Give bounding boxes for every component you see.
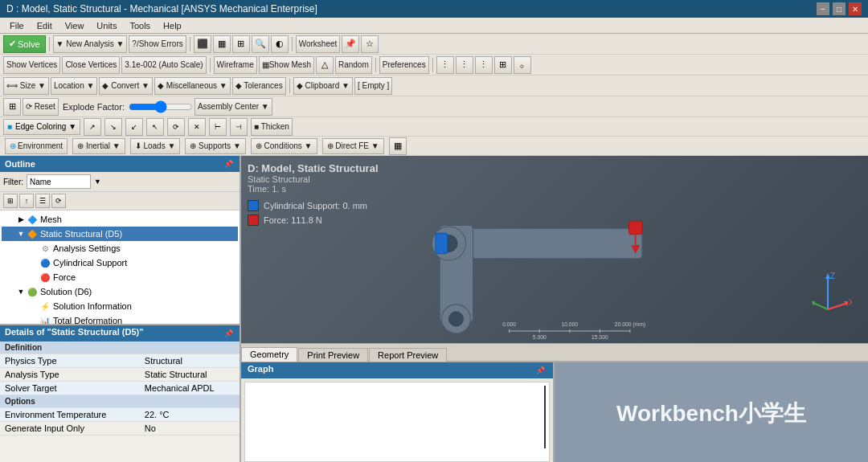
tree-up-icon[interactable]: ↑ (19, 194, 34, 208)
thicken-button[interactable]: ■ Thicken (251, 118, 293, 136)
tree-refresh-icon[interactable]: ⟳ (51, 194, 66, 208)
conditions-button[interactable]: ⊕ Conditions ▼ (251, 138, 317, 154)
menu-help[interactable]: Help (157, 19, 188, 32)
options-section: Options (0, 395, 240, 408)
explode-slider[interactable] (129, 100, 193, 113)
toolbar-icon-2[interactable]: ▦ (213, 35, 231, 53)
tree-item-solution[interactable]: ▼ 🟢 Solution (D6) (2, 284, 238, 299)
menu-edit[interactable]: Edit (31, 19, 59, 32)
solve-button[interactable]: ✔ Solve (3, 35, 46, 53)
clipboard-label: ◆ Clipboard ▼ (297, 81, 350, 90)
convert-button[interactable]: ◆ Convert ▼ (99, 77, 152, 95)
graph-pin-icon[interactable]: 📌 (534, 364, 547, 377)
tree-item-force[interactable]: 🔴 Force (2, 270, 238, 284)
scale-button[interactable]: 3.1e-002 (Auto Scale) (121, 56, 206, 74)
preferences-button[interactable]: Preferences (379, 56, 429, 74)
menu-view[interactable]: View (59, 19, 91, 32)
expand-static-icon[interactable]: ▼ (16, 230, 26, 238)
toolbar-icon-1[interactable]: ⬛ (194, 35, 211, 53)
generate-input-value: No (140, 422, 240, 435)
tree-item-mesh[interactable]: ▶ 🔷 Mesh (2, 212, 238, 227)
clipboard-button[interactable]: ◆ Clipboard ▼ (293, 77, 353, 95)
close-button[interactable]: ✕ (849, 2, 862, 15)
new-analysis-button[interactable]: ▼ New Analysis ▼ (53, 35, 128, 53)
close-vertices-label: Close Vertices (65, 60, 117, 69)
arrow-icon-1[interactable]: ↗ (84, 118, 101, 136)
outline-tree[interactable]: ▶ 🔷 Mesh ▼ 🔶 Static Structural (D5) ⚙ An… (0, 211, 240, 324)
mesh-icon-2[interactable]: △ (316, 56, 334, 74)
edge-coloring-icon: ■ (7, 122, 12, 131)
tree-filter-icon[interactable]: ☰ (35, 194, 50, 208)
tree-item-cylindrical-support[interactable]: 🔵 Cylindrical Support (2, 256, 238, 270)
tab-print-preview[interactable]: Print Preview (298, 348, 368, 362)
sol-info-tree-icon: ⚡ (39, 300, 51, 313)
grid-icon-2[interactable]: ⋮ (456, 56, 473, 74)
tree-item-static-structural[interactable]: ▼ 🔶 Static Structural (D5) (2, 227, 238, 241)
menu-tools[interactable]: Tools (123, 19, 157, 32)
tolerances-button[interactable]: ◆ Tolerances (232, 77, 286, 95)
toolbar-star-icon[interactable]: ☆ (361, 35, 379, 53)
toolbar-icon-3[interactable]: ⊞ (232, 35, 250, 53)
maximize-button[interactable]: □ (833, 2, 845, 15)
close-vertices-button[interactable]: Close Vertices (62, 56, 120, 74)
tabular-panel: Tabular Data 📌 Workbench小学生 (555, 362, 868, 462)
cursor-icon[interactable]: ⬦ (514, 56, 531, 74)
details-pin-icon[interactable]: 📌 (222, 327, 235, 340)
scale-label: 3.1e-002 (Auto Scale) (125, 60, 203, 69)
arrow-icon-2[interactable]: ↘ (104, 118, 122, 136)
tree-item-solution-info[interactable]: ⚡ Solution Information (2, 299, 238, 313)
tree-new-icon[interactable]: ⊞ (3, 194, 18, 208)
menu-units[interactable]: Units (90, 19, 123, 32)
size-label: ⟺ Size ▼ (6, 81, 46, 90)
outline-pin-icon[interactable]: 📌 (222, 157, 235, 170)
menu-file[interactable]: File (3, 19, 31, 32)
tree-item-analysis-settings[interactable]: ⚙ Analysis Settings (2, 241, 238, 256)
tree-item-total-deformation[interactable]: 📊 Total Deformation (2, 313, 238, 324)
grid-icon-1[interactable]: ⋮ (436, 56, 454, 74)
assembly-center-button[interactable]: Assembly Center ▼ (194, 98, 272, 116)
expand-icon[interactable]: ⊞ (494, 56, 512, 74)
filter-dropdown-icon[interactable]: ▼ (94, 178, 101, 186)
arrow-icon-3[interactable]: ↙ (125, 118, 143, 136)
expand-mesh-icon[interactable]: ▶ (16, 215, 26, 223)
watermark-text: Workbench小学生 (616, 399, 806, 429)
environment-button[interactable]: ⊛ Environment (5, 138, 68, 154)
reset-button[interactable]: ⟳ Reset (23, 98, 59, 116)
toolbar-icon-5[interactable]: ◐ (271, 35, 289, 53)
tab-geometry[interactable]: Geometry (241, 347, 297, 362)
grid-icon-3[interactable]: ⋮ (475, 56, 493, 74)
title-bar: D : Model, Static Structural - Mechanica… (0, 0, 868, 18)
arrow-icon-4[interactable]: ↖ (146, 118, 164, 136)
edge-coloring-button[interactable]: ■ Edge Coloring ▼ (3, 119, 80, 135)
show-mesh-button[interactable]: ▦ Show Mesh (259, 56, 314, 74)
h-divider-icon[interactable]: ⊢ (209, 118, 227, 136)
size-button[interactable]: ⟺ Size ▼ (3, 77, 49, 95)
random-button[interactable]: Random (335, 56, 372, 74)
location-button[interactable]: Location ▼ (51, 77, 97, 95)
filter-input[interactable] (27, 174, 91, 189)
loads-button[interactable]: ⬇ Loads ▼ (130, 138, 181, 154)
empty-button[interactable]: [ Empty ] (354, 77, 392, 95)
tolerances-label: ◆ Tolerances (235, 81, 283, 90)
tab-report-preview[interactable]: Report Preview (369, 348, 447, 362)
viewport[interactable]: D: Model, Static Structural Static Struc… (241, 156, 868, 343)
supports-button[interactable]: ⊕ Supports ▼ (185, 138, 245, 154)
rotate-icon[interactable]: ⟳ (167, 118, 185, 136)
miscellaneous-button[interactable]: ◆ Miscellaneous ▼ (154, 77, 231, 95)
worksheet-button[interactable]: Worksheet (296, 35, 341, 53)
new-analysis-label: ▼ New Analysis ▼ (56, 39, 125, 48)
context-extra-icon[interactable]: ▦ (389, 137, 407, 155)
show-errors-button[interactable]: ?/Show Errors (129, 35, 186, 53)
cross-icon[interactable]: ✕ (188, 118, 206, 136)
minimize-button[interactable]: − (817, 2, 829, 15)
grid-settings-icon[interactable]: ⊞ (3, 98, 21, 116)
bottom-area: Graph 📌 Tabular Data 📌 Workbench小学生 (241, 361, 868, 462)
inertial-button[interactable]: ⊕ Inertial ▼ (72, 138, 125, 154)
direct-fe-button[interactable]: ⊕ Direct FE ▼ (322, 138, 384, 154)
toolbar-pin-icon[interactable]: 📌 (342, 35, 359, 53)
v-divider-icon[interactable]: ⊣ (230, 118, 248, 136)
show-vertices-button[interactable]: Show Vertices (3, 56, 60, 74)
wireframe-button[interactable]: Wireframe (214, 56, 257, 74)
expand-solution-icon[interactable]: ▼ (16, 288, 26, 296)
toolbar-icon-4[interactable]: 🔍 (252, 35, 269, 53)
